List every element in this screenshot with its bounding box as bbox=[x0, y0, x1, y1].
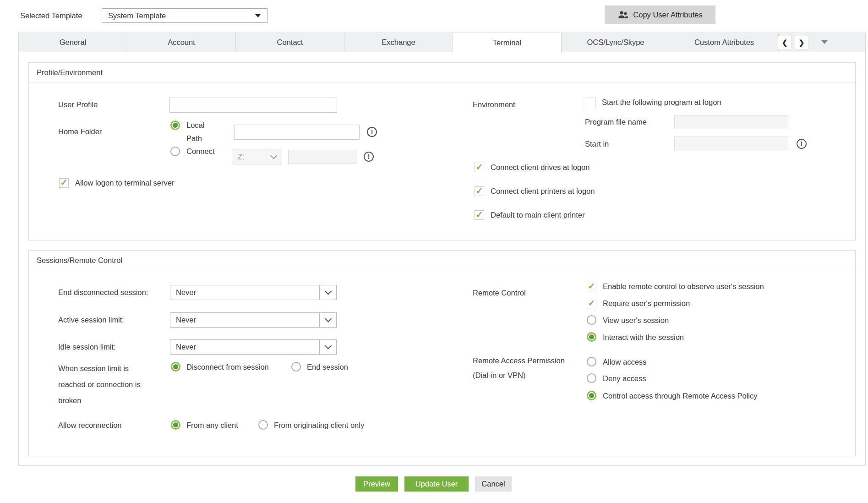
end-session-radio[interactable] bbox=[291, 362, 301, 372]
require-permission-label: Require user's permission bbox=[603, 299, 690, 308]
enable-remote-control-checkbox[interactable]: ✓ bbox=[587, 282, 596, 291]
interact-session-radio[interactable] bbox=[587, 332, 596, 342]
view-session-radio[interactable] bbox=[587, 315, 596, 325]
tab-general[interactable]: General bbox=[19, 33, 127, 52]
chevron-down-icon bbox=[324, 288, 332, 295]
check-icon: ✓ bbox=[60, 178, 68, 187]
chevron-down-icon bbox=[324, 342, 332, 350]
warning-icon: ! bbox=[367, 127, 377, 137]
tab-account[interactable]: Account bbox=[127, 33, 236, 52]
remote-control-label: Remote Control bbox=[473, 288, 526, 298]
default-printer-checkbox[interactable]: ✓ bbox=[475, 210, 484, 220]
tabs-scroll-left-button[interactable]: ❮ bbox=[778, 36, 792, 49]
active-limit-label: Active session limit: bbox=[58, 315, 124, 325]
tabs-scroll-right-button[interactable]: ❯ bbox=[795, 36, 808, 49]
sessions-remote-control-section: Sessions/Remote Control End disconnected… bbox=[28, 250, 856, 456]
program-file-name-input[interactable] bbox=[674, 115, 788, 129]
chevron-down-icon bbox=[270, 152, 277, 159]
connect-printers-label: Connect client printers at logon bbox=[491, 186, 595, 196]
check-icon: ✓ bbox=[476, 210, 483, 219]
end-disconnected-select[interactable]: Never bbox=[170, 285, 337, 300]
check-icon: ✓ bbox=[588, 299, 595, 307]
tab-bar: General Account Contact Exchange Termina… bbox=[18, 33, 866, 52]
dropdown-arrow-icon bbox=[255, 14, 261, 17]
home-folder-label: Home Folder bbox=[58, 127, 102, 137]
check-icon: ✓ bbox=[476, 163, 483, 171]
start-in-label: Start in bbox=[585, 139, 609, 149]
chevron-left-icon: ❮ bbox=[782, 38, 788, 47]
connect-printers-checkbox[interactable]: ✓ bbox=[475, 186, 484, 196]
allow-reconnection-label: Allow reconnection bbox=[58, 421, 122, 430]
disconnect-from-session-radio[interactable] bbox=[171, 362, 180, 372]
tab-exchange[interactable]: Exchange bbox=[344, 33, 453, 52]
connect-drives-label: Connect client drives at logon bbox=[491, 163, 590, 172]
idle-limit-select[interactable]: Never bbox=[170, 339, 337, 355]
start-in-input[interactable] bbox=[674, 137, 788, 151]
allow-logon-checkbox[interactable]: ✓ bbox=[59, 178, 69, 188]
selected-template-label: Selected Template bbox=[20, 11, 82, 21]
terminal-tab-panel: Profile/Environment User Profile Home Fo… bbox=[18, 52, 866, 466]
template-select[interactable]: System Template bbox=[102, 8, 267, 23]
profile-environment-title: Profile/Environment bbox=[29, 63, 855, 82]
local-path-input[interactable] bbox=[234, 125, 360, 140]
connect-path-input[interactable] bbox=[288, 150, 357, 164]
deny-access-label: Deny access bbox=[603, 374, 646, 383]
update-user-button[interactable]: Update User bbox=[404, 476, 469, 492]
tabs-overflow-menu-icon[interactable] bbox=[821, 40, 828, 44]
preview-button[interactable]: Preview bbox=[355, 476, 398, 492]
interact-session-label: Interact with the session bbox=[603, 333, 684, 342]
active-limit-value: Never bbox=[170, 313, 319, 327]
remote-access-permission-label: Remote Access Permission bbox=[473, 356, 565, 366]
template-select-value: System Template bbox=[108, 11, 166, 20]
check-icon: ✓ bbox=[588, 282, 595, 290]
tab-custom-attributes[interactable]: Custom Attributes bbox=[670, 33, 779, 52]
idle-limit-label: Idle session limit: bbox=[58, 342, 116, 352]
allow-access-radio[interactable] bbox=[587, 357, 596, 366]
end-disconnected-value: Never bbox=[170, 285, 319, 300]
tab-terminal[interactable]: Terminal bbox=[453, 33, 562, 53]
from-any-client-radio[interactable] bbox=[171, 420, 180, 430]
allow-access-label: Allow access bbox=[603, 357, 646, 367]
remote-access-permission-sublabel: (Dial-in or VPN) bbox=[473, 371, 526, 380]
chevron-down-icon bbox=[324, 315, 332, 323]
user-profile-label: User Profile bbox=[58, 100, 98, 109]
local-path-radio[interactable] bbox=[170, 120, 180, 130]
environment-label: Environment bbox=[473, 100, 515, 109]
local-path-label: Local Path bbox=[186, 119, 213, 145]
disconnect-from-session-label: Disconnect from session bbox=[186, 362, 269, 372]
allow-logon-label: Allow logon to terminal server bbox=[75, 178, 174, 188]
program-file-name-label: Program file name bbox=[585, 117, 647, 127]
copy-user-attributes-button[interactable]: Copy User Attributes bbox=[605, 5, 715, 24]
user-profile-input[interactable] bbox=[169, 98, 337, 113]
users-icon bbox=[617, 11, 628, 19]
tab-contact[interactable]: Contact bbox=[236, 33, 344, 52]
sessions-remote-control-title: Sessions/Remote Control bbox=[29, 251, 855, 270]
connect-radio[interactable] bbox=[170, 147, 180, 156]
from-originating-client-label: From originating client only bbox=[274, 421, 364, 430]
drive-letter-select[interactable]: Z: bbox=[232, 149, 282, 164]
from-any-client-label: From any client bbox=[186, 421, 238, 430]
connect-label: Connect bbox=[186, 147, 214, 156]
control-access-label: Control access through Remote Access Pol… bbox=[603, 391, 758, 401]
active-limit-select[interactable]: Never bbox=[170, 312, 337, 328]
start-program-checkbox[interactable] bbox=[586, 98, 595, 107]
default-printer-label: Default to main client printer bbox=[491, 210, 584, 220]
chevron-right-icon: ❯ bbox=[799, 38, 805, 47]
warning-icon: ! bbox=[364, 152, 374, 162]
tab-ocs-lync-skype[interactable]: OCS/Lync/Skype bbox=[562, 33, 670, 52]
warning-icon: ! bbox=[797, 139, 807, 149]
require-permission-checkbox[interactable]: ✓ bbox=[587, 299, 596, 308]
enable-remote-control-label: Enable remote control to observe user's … bbox=[603, 282, 764, 291]
start-program-label: Start the following program at logon bbox=[602, 98, 721, 107]
cancel-button[interactable]: Cancel bbox=[475, 476, 512, 492]
view-session-label: View user's session bbox=[603, 316, 669, 325]
from-originating-client-radio[interactable] bbox=[258, 420, 268, 430]
end-disconnected-label: End disconnected session: bbox=[58, 288, 148, 297]
deny-access-radio[interactable] bbox=[587, 373, 596, 383]
connect-drives-checkbox[interactable]: ✓ bbox=[475, 163, 484, 172]
end-session-label: End session bbox=[307, 362, 348, 372]
idle-limit-value: Never bbox=[170, 340, 319, 354]
check-icon: ✓ bbox=[476, 186, 483, 195]
control-access-radio[interactable] bbox=[587, 391, 596, 400]
copy-user-attributes-label: Copy User Attributes bbox=[633, 11, 702, 19]
